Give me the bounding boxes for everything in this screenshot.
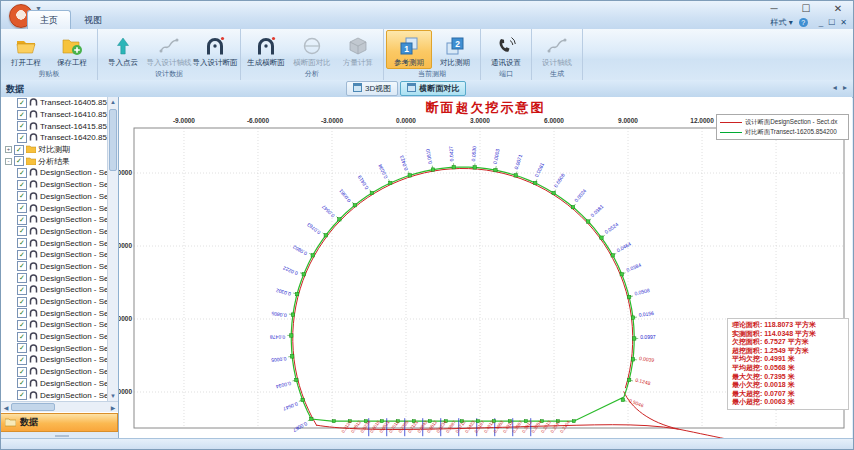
tree-item[interactable]: ✓DesignSection - Sect	[1, 319, 108, 331]
checkbox[interactable]: ✓	[17, 332, 27, 342]
data-panel-tab[interactable]: 数据	[1, 413, 118, 432]
checkbox[interactable]: ✓	[17, 390, 27, 400]
tree-item[interactable]: ✓Transect-16405.85	[1, 97, 108, 109]
vertical-scroll-thumb[interactable]	[109, 109, 117, 171]
checkbox[interactable]: ✓	[17, 273, 27, 283]
checkbox[interactable]: ✓	[17, 355, 27, 365]
scroll-up-icon[interactable]: ▲	[108, 97, 118, 107]
checkbox[interactable]: ✓	[17, 308, 27, 318]
scroll-right-icon[interactable]: ▶	[108, 404, 118, 411]
section-icon	[29, 296, 38, 307]
horizontal-scroll-thumb[interactable]	[11, 403, 55, 411]
ref-epoch-button[interactable]: 1参考测期	[386, 30, 432, 69]
stat-line: 超挖面积: 1.2549 平方米	[732, 347, 844, 356]
checkbox[interactable]: ✓	[17, 378, 27, 388]
tree-item-label: DesignSection - Sect	[40, 297, 108, 306]
scroll-down-icon[interactable]: ▼	[108, 391, 118, 401]
tree-item[interactable]: ✓DesignSection - Sect	[1, 249, 108, 261]
import-axis-button[interactable]: 导入设计轴线	[146, 30, 192, 69]
tree-item[interactable]: ✓DesignSection - Sect	[1, 272, 108, 284]
tree-horizontal-scrollbar[interactable]: ◀ ▶	[1, 401, 118, 412]
tree-item[interactable]: ✓Transect-16420.85	[1, 132, 108, 144]
checkbox[interactable]: ✓	[17, 320, 27, 330]
volume-button[interactable]: 方量计算	[335, 30, 381, 69]
tree-item-label: DesignSection - Sect	[40, 250, 108, 259]
checkbox[interactable]: ✓	[14, 145, 24, 155]
checkbox[interactable]: ✓	[17, 121, 27, 131]
expand-icon[interactable]: +	[5, 146, 12, 153]
comm-button[interactable]: 通讯设置	[483, 30, 529, 69]
generate-section-button[interactable]: 生成横断面	[243, 30, 289, 69]
tree-item[interactable]: ✓DesignSection - Sect	[1, 296, 108, 308]
inner-close-button[interactable]: ✕	[840, 18, 847, 27]
checkbox[interactable]: ✓	[17, 98, 27, 108]
compare-section-button[interactable]: 横断面对比	[289, 30, 335, 69]
maximize-button[interactable]: ☐	[797, 3, 815, 14]
checkbox[interactable]: ✓	[17, 133, 27, 143]
tree-item[interactable]: ✓DesignSection - Sect	[1, 226, 108, 238]
tree-item[interactable]: ✓DesignSection - Sect	[1, 179, 108, 191]
help-icon[interactable]: ?	[799, 18, 808, 27]
svg-text:0.0024: 0.0024	[573, 187, 588, 203]
open-project-button[interactable]: 打开工程	[3, 30, 49, 69]
tree-item[interactable]: ✓DesignSection - Sect	[1, 342, 108, 354]
tree-item[interactable]: ✓DesignSection - Sect	[1, 354, 108, 366]
checkbox[interactable]: ✓	[14, 156, 24, 166]
tree-item[interactable]: ✓Transect-16410.85	[1, 109, 108, 121]
ribbon-button-label: 横断面对比	[293, 58, 331, 67]
checkbox[interactable]: ✓	[17, 367, 27, 377]
minimize-button[interactable]: ─	[765, 3, 783, 14]
ribbon-group-分析: 生成横断面横断面对比方量计算分析	[241, 29, 384, 80]
style-menu[interactable]: 样式 ▾	[770, 17, 792, 28]
svg-text:0.0361: 0.0361	[337, 188, 351, 204]
inner-restore-button[interactable]: ☐	[828, 18, 835, 27]
tree-item[interactable]: ✓DesignSection - Sect	[1, 378, 108, 390]
tree-item[interactable]: ✓DesignSection - Sect	[1, 202, 108, 214]
tab-横断面对比[interactable]: 横断面对比	[400, 81, 466, 96]
checkbox[interactable]: ✓	[17, 191, 27, 201]
tab-scroll-arrows[interactable]: ◂ ▸	[833, 83, 849, 92]
inner-minimize-button[interactable]: _	[819, 18, 823, 27]
design-axis-button[interactable]: 设计轴线	[534, 30, 580, 69]
checkbox[interactable]: ✓	[17, 285, 27, 295]
tree-item[interactable]: -✓分析结果	[1, 155, 108, 167]
scroll-left-icon[interactable]: ◀	[1, 404, 11, 411]
section-icon	[29, 132, 38, 143]
close-button[interactable]: ✕	[829, 3, 847, 14]
checkbox[interactable]: ✓	[17, 203, 27, 213]
tree-item-label: DesignSection - Sect	[40, 355, 108, 364]
import-pointcloud-button[interactable]: 导入点云	[100, 30, 146, 69]
checkbox[interactable]: ✓	[17, 168, 27, 178]
compare-epoch-button[interactable]: 2对比测期	[432, 30, 478, 69]
checkbox[interactable]: ✓	[17, 238, 27, 248]
tree-item[interactable]: +✓对比测期	[1, 144, 108, 156]
svg-text:0.0530: 0.0530	[470, 146, 477, 162]
save-project-button[interactable]: 保存工程	[49, 30, 95, 69]
ribbon-tab-主页[interactable]: 主页	[27, 10, 71, 29]
tree-item[interactable]: ✓DesignSection - Sect	[1, 167, 108, 179]
tree-item[interactable]: ✓DesignSection - Sect	[1, 389, 108, 401]
tree-item[interactable]: ✓DesignSection - Sect	[1, 261, 108, 273]
import-section-button[interactable]: 导入设计断面	[192, 30, 238, 69]
checkbox[interactable]: ✓	[17, 261, 27, 271]
checkbox[interactable]: ✓	[17, 180, 27, 190]
tab-3D视图[interactable]: 3D视图	[346, 81, 398, 96]
tree-item[interactable]: ✓Transect-16415.85	[1, 120, 108, 132]
checkbox[interactable]: ✓	[17, 226, 27, 236]
tree-item[interactable]: ✓DesignSection - Sect	[1, 366, 108, 378]
tree-item[interactable]: ✓DesignSection - Sect	[1, 237, 108, 249]
resize-grip[interactable]	[55, 435, 69, 437]
checkbox[interactable]: ✓	[17, 215, 27, 225]
checkbox[interactable]: ✓	[17, 343, 27, 353]
checkbox[interactable]: ✓	[17, 297, 27, 307]
tree-item[interactable]: ✓DesignSection - Sect	[1, 191, 108, 203]
tree-vertical-scrollbar[interactable]: ▲ ▼	[107, 97, 118, 401]
tree-item[interactable]: ✓DesignSection - Sect	[1, 284, 108, 296]
collapse-icon[interactable]: -	[5, 158, 12, 165]
tree-item[interactable]: ✓DesignSection - Sect	[1, 331, 108, 343]
tree-item[interactable]: ✓DesignSection - Sect	[1, 214, 108, 226]
ribbon-tab-视图[interactable]: 视图	[71, 10, 115, 29]
tree-item[interactable]: ✓DesignSection - Sect	[1, 307, 108, 319]
checkbox[interactable]: ✓	[17, 110, 27, 120]
checkbox[interactable]: ✓	[17, 250, 27, 260]
